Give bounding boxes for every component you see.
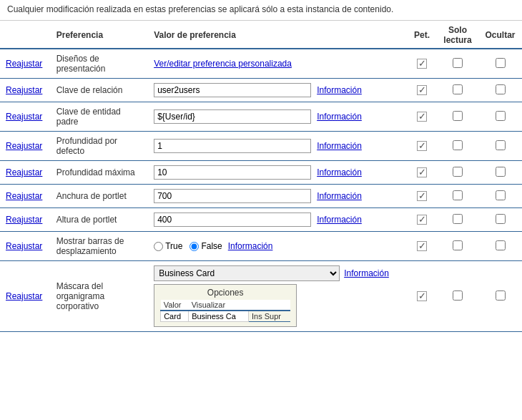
solo-checkbox[interactable] bbox=[453, 240, 463, 250]
ocultar-checkbox[interactable] bbox=[496, 240, 506, 250]
solo-checkbox[interactable] bbox=[453, 214, 463, 224]
table-row: ReajustarProfundidad máximaInformación bbox=[0, 161, 522, 185]
pet-cell bbox=[407, 102, 437, 132]
solo-cell bbox=[437, 49, 478, 79]
solo-checkbox[interactable] bbox=[453, 111, 463, 121]
pet-cell bbox=[407, 261, 437, 332]
radio-label-false[interactable]: False bbox=[189, 241, 222, 251]
info-link[interactable]: Información bbox=[317, 167, 362, 177]
col-header-preferencia: Preferencia bbox=[51, 21, 148, 49]
pref-value-cell: Información bbox=[148, 208, 407, 232]
ocultar-cell bbox=[478, 208, 522, 232]
pref-value-cell: Información bbox=[148, 79, 407, 102]
dropdown-action[interactable]: Ins Supr bbox=[249, 311, 291, 322]
solo-checkbox[interactable] bbox=[453, 167, 463, 177]
solo-cell bbox=[437, 161, 478, 185]
ocultar-cell bbox=[478, 102, 522, 132]
table-row: ReajustarDiseños de presentaciónVer/edit… bbox=[0, 49, 522, 79]
reset-link[interactable]: Reajustar bbox=[6, 191, 42, 201]
pet-cell bbox=[407, 161, 437, 185]
reset-link[interactable]: Reajustar bbox=[6, 241, 42, 251]
info-link[interactable]: Información bbox=[317, 191, 362, 201]
solo-checkbox[interactable] bbox=[453, 190, 463, 200]
ocultar-cell bbox=[478, 79, 522, 102]
pet-cell bbox=[407, 132, 437, 161]
mask-select[interactable]: Business CardCard bbox=[154, 265, 340, 281]
pref-label: Anchura de portlet bbox=[51, 185, 148, 208]
radio-true[interactable] bbox=[154, 242, 163, 251]
ocultar-checkbox[interactable] bbox=[496, 290, 506, 301]
reset-link[interactable]: Reajustar bbox=[6, 215, 42, 225]
dropdown-row: CardBusiness CaIns Supr bbox=[161, 311, 291, 322]
top-notice: Cualquier modificación realizada en esta… bbox=[0, 0, 522, 21]
reset-link[interactable]: Reajustar bbox=[6, 85, 42, 95]
pref-label: Máscara del organigrama corporativo bbox=[51, 261, 148, 332]
radio-label-true[interactable]: True bbox=[154, 241, 182, 251]
ocultar-cell bbox=[478, 132, 522, 161]
reset-link[interactable]: Reajustar bbox=[6, 141, 42, 151]
info-link[interactable]: Información bbox=[344, 268, 389, 278]
pet-checkbox bbox=[417, 141, 427, 151]
table-row: ReajustarAnchura de portletInformación bbox=[0, 185, 522, 208]
dropdown-title: Opciones bbox=[160, 288, 290, 298]
dropdown-visualizar: Business Ca bbox=[189, 311, 249, 322]
ocultar-checkbox[interactable] bbox=[496, 167, 506, 177]
solo-cell bbox=[437, 185, 478, 208]
pet-checkbox bbox=[417, 112, 427, 122]
pref-value-cell: Business CardCardInformaciónOpcionesValo… bbox=[148, 261, 407, 332]
ocultar-checkbox[interactable] bbox=[496, 190, 506, 200]
pref-label: Altura de portlet bbox=[51, 208, 148, 232]
pref-label: Profundidad por defecto bbox=[51, 132, 148, 161]
info-link[interactable]: Información bbox=[317, 85, 362, 95]
pet-checkbox bbox=[417, 167, 427, 177]
col-header-valor: Valor de preferencia bbox=[148, 21, 407, 49]
pref-value-cell: Información bbox=[148, 185, 407, 208]
solo-checkbox[interactable] bbox=[453, 140, 463, 150]
pref-label: Mostrar barras de desplazamiento bbox=[51, 232, 148, 261]
ocultar-checkbox[interactable] bbox=[496, 58, 506, 68]
reset-link[interactable]: Reajustar bbox=[6, 167, 42, 177]
reset-link[interactable]: Reajustar bbox=[6, 59, 42, 69]
ocultar-cell bbox=[478, 261, 522, 332]
col-header-pet: Pet. bbox=[407, 21, 437, 49]
preferences-table: Preferencia Valor de preferencia Pet. So… bbox=[0, 21, 522, 332]
pref-text-input[interactable] bbox=[154, 189, 311, 203]
solo-checkbox[interactable] bbox=[453, 58, 463, 68]
pet-checkbox bbox=[417, 59, 427, 69]
pref-label: Profundidad máxima bbox=[51, 161, 148, 185]
ocultar-checkbox[interactable] bbox=[496, 214, 506, 224]
dropdown-panel: OpcionesValorVisualizarCardBusiness CaIn… bbox=[154, 284, 297, 327]
info-link[interactable]: Información bbox=[317, 215, 362, 225]
pet-checkbox bbox=[417, 85, 427, 95]
ocultar-cell bbox=[478, 185, 522, 208]
ocultar-checkbox[interactable] bbox=[496, 140, 506, 150]
edit-pref-link[interactable]: Ver/editar preferencia personalizada bbox=[154, 59, 292, 69]
dropdown-valor: Card bbox=[161, 311, 189, 322]
pref-text-input[interactable] bbox=[154, 165, 311, 180]
pet-cell bbox=[407, 232, 437, 261]
radio-false[interactable] bbox=[189, 242, 199, 251]
reset-link[interactable]: Reajustar bbox=[6, 291, 42, 301]
reset-link[interactable]: Reajustar bbox=[6, 112, 42, 122]
ocultar-checkbox[interactable] bbox=[496, 84, 506, 94]
pref-text-input[interactable] bbox=[154, 139, 311, 153]
ocultar-cell bbox=[478, 232, 522, 261]
solo-checkbox[interactable] bbox=[453, 84, 463, 94]
pref-value-cell: Información bbox=[148, 102, 407, 132]
info-link[interactable]: Información bbox=[228, 241, 273, 251]
solo-cell bbox=[437, 102, 478, 132]
solo-cell bbox=[437, 208, 478, 232]
pet-cell bbox=[407, 79, 437, 102]
info-link[interactable]: Información bbox=[317, 112, 362, 122]
pet-checkbox bbox=[417, 191, 427, 201]
solo-cell bbox=[437, 232, 478, 261]
info-link[interactable]: Información bbox=[317, 141, 362, 151]
pref-text-input[interactable] bbox=[154, 213, 311, 227]
pref-value-cell: Información bbox=[148, 161, 407, 185]
solo-checkbox[interactable] bbox=[453, 290, 463, 301]
ocultar-checkbox[interactable] bbox=[496, 111, 506, 121]
pref-text-input[interactable] bbox=[154, 83, 311, 97]
pref-text-input[interactable] bbox=[154, 109, 311, 124]
pref-label: Diseños de presentación bbox=[51, 49, 148, 79]
col-header-reset bbox=[0, 21, 51, 49]
